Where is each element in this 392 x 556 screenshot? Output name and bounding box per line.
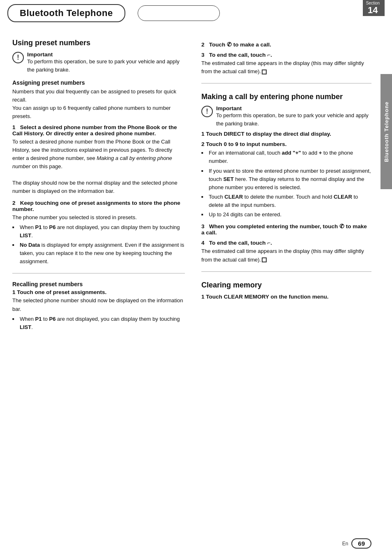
step-right-3: 3 To end the call, touch ⌐. The estimate… xyxy=(201,52,371,76)
page-header: Bluetooth Telephone Section 14 xyxy=(0,0,392,22)
step-mce-1: 1 Touch DIRECT to display the direct dia… xyxy=(201,131,371,137)
title-box: Bluetooth Telephone xyxy=(7,4,125,22)
heading-using-preset: Using preset numbers xyxy=(12,39,185,47)
section-number: 14 xyxy=(368,5,378,15)
subheading-assigning: Assigning preset numbers xyxy=(12,79,185,86)
step-right-2: 2 Touch ✆ to make a call. xyxy=(201,41,371,48)
step-assign-2-bullets: When P1 to P6 are not displayed, you can… xyxy=(12,223,185,266)
square-symbol xyxy=(262,70,267,74)
step-assign-1: 1 Select a desired phone number from the… xyxy=(12,124,185,196)
step-right-3-body: The estimated call time appears in the d… xyxy=(201,59,371,76)
important-box-2: ! Important To perform this operation, b… xyxy=(201,105,371,127)
important-text-1: Important To perform this operation, be … xyxy=(27,51,185,74)
header-right-box xyxy=(138,5,220,21)
footer-lang: En xyxy=(342,541,348,547)
step-assign-2-body: The phone number you selected is stored … xyxy=(12,213,185,222)
bullet-item: If you want to store the entered phone n… xyxy=(201,167,371,192)
bullet-item: When P1 to P6 are not displayed, you can… xyxy=(12,315,185,331)
assign-intro: Numbers that you dial frequently can be … xyxy=(12,88,185,121)
step-recall-1: 1 Touch one of preset assignments. The s… xyxy=(12,289,185,331)
step-recall-1-bullets: When P1 to P6 are not displayed, you can… xyxy=(12,315,185,331)
divider-1 xyxy=(12,273,185,273)
step-assign-2-header: 2 Keep touching one of preset assignment… xyxy=(12,200,185,212)
bullet-item: Up to 24 digits can be entered. xyxy=(201,211,371,219)
important-box-1: ! Important To perform this operation, b… xyxy=(12,51,185,74)
bullet-item: Touch CLEAR to delete the number. Touch … xyxy=(201,193,371,209)
page-footer: En 69 xyxy=(342,538,371,549)
important-icon-1: ! xyxy=(12,52,24,63)
heading-clearing: Clearing memory xyxy=(201,281,371,290)
step-mce-4-header: 4 To end the call, touch ⌐. xyxy=(201,240,371,246)
main-content: Using preset numbers ! Important To perf… xyxy=(0,22,392,336)
heading-making-call: Making a call by entering phone number xyxy=(201,93,371,101)
step-mce-1-header: 1 Touch DIRECT to display the direct dia… xyxy=(201,131,371,137)
right-column: 2 Touch ✆ to make a call. 3 To end the c… xyxy=(197,30,371,336)
step-mce-3: 3 When you completed entering the number… xyxy=(201,223,371,236)
left-column: Using preset numbers ! Important To perf… xyxy=(12,30,197,336)
step-right-2-header: 2 Touch ✆ to make a call. xyxy=(201,41,371,48)
square-symbol-2 xyxy=(262,257,267,262)
svg-text:!: ! xyxy=(17,54,19,61)
step-assign-2: 2 Keep touching one of preset assignment… xyxy=(12,200,185,266)
step-mce-2: 2 Touch 0 to 9 to input numbers. For an … xyxy=(201,141,371,219)
step-recall-1-header: 1 Touch one of preset assignments. xyxy=(12,289,185,295)
bullet-item: When P1 to P6 are not displayed, you can… xyxy=(12,223,185,240)
divider-3 xyxy=(201,271,371,272)
page-title: Bluetooth Telephone xyxy=(20,8,113,18)
step-mce-4-body: The estimated call time appears in the d… xyxy=(201,247,371,264)
step-right-3-header: 3 To end the call, touch ⌐. xyxy=(201,52,371,58)
step-assign-1-header: 1 Select a desired phone number from the… xyxy=(12,124,185,137)
important-text-2: Important To perform this operation, be … xyxy=(216,105,371,127)
step-mce-2-bullets: For an international call, touch add "+"… xyxy=(201,149,371,219)
divider-2 xyxy=(201,83,371,83)
step-assign-1-body: To select a desired phone number from th… xyxy=(12,138,185,196)
step-recall-1-body: The selected phone number should now be … xyxy=(12,297,185,313)
section-badge: Section 14 xyxy=(363,0,385,16)
bullet-item: For an international call, touch add "+"… xyxy=(201,149,371,165)
step-clear-1: 1 Touch CLEAR MEMORY on the function men… xyxy=(201,294,371,300)
footer-page: 69 xyxy=(351,538,371,549)
step-mce-2-header: 2 Touch 0 to 9 to input numbers. xyxy=(201,141,371,147)
step-clear-1-header: 1 Touch CLEAR MEMORY on the function men… xyxy=(201,294,371,300)
important-icon-2: ! xyxy=(201,106,213,117)
bullet-item: No Data is displayed for empty assignmen… xyxy=(12,241,185,266)
step-mce-3-header: 3 When you completed entering the number… xyxy=(201,223,371,236)
svg-text:!: ! xyxy=(206,108,208,115)
subheading-recalling: Recalling preset numbers xyxy=(12,281,185,287)
side-label: Bluetooth Telephone xyxy=(380,74,392,189)
step-mce-4: 4 To end the call, touch ⌐. The estimate… xyxy=(201,240,371,264)
